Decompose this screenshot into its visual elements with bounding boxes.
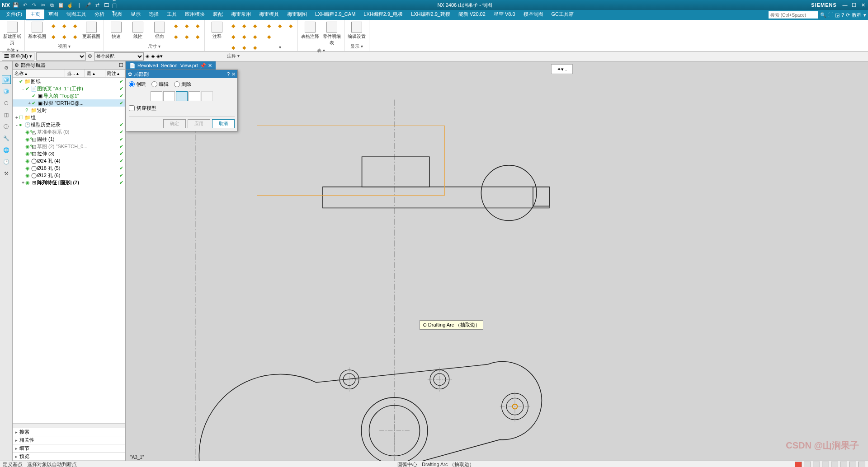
menu-tab[interactable]: LXH编程2.9_CAM <box>311 9 359 20</box>
ribbon-button[interactable]: 新建图纸页 <box>2 21 23 47</box>
reuse-icon[interactable]: ◫ <box>2 110 11 119</box>
step-button-3[interactable] <box>176 91 188 101</box>
window-icon[interactable]: 🗔 <box>103 2 109 8</box>
radio-option[interactable]: 删除 <box>174 81 191 88</box>
info-icon[interactable]: ⓘ <box>2 122 11 131</box>
ribbon-small-button[interactable]: ◆ <box>48 21 58 31</box>
search-icon[interactable]: 🔍 <box>820 12 826 18</box>
ribbon-small-button[interactable]: ◆ <box>275 21 285 31</box>
menu-tab[interactable]: 能新 V20.02 <box>454 9 490 20</box>
ribbon-button[interactable]: 快速 <box>106 21 127 41</box>
ribbon-small-button[interactable]: ◆ <box>250 21 260 31</box>
menu-tab[interactable]: 草图 <box>44 9 62 20</box>
menu-tab[interactable]: 梅雷制图 <box>283 9 311 20</box>
constraint-navigator-icon[interactable]: ⬡ <box>2 98 11 107</box>
ribbon-small-button[interactable]: ◆ <box>193 21 203 31</box>
ribbon-small-button[interactable]: ◆ <box>250 32 260 42</box>
ribbon-button[interactable]: 零件明细表 <box>321 21 342 47</box>
cut-through-checkbox[interactable]: 切穿模型 <box>129 105 235 112</box>
view-selection-box[interactable] <box>257 126 445 196</box>
tree-row[interactable]: +✔▣投影 "ORTHO@...✔ <box>13 99 125 107</box>
ribbon-small-button[interactable]: ◆ <box>239 21 249 31</box>
menu-tab[interactable]: 装配 <box>209 9 227 20</box>
tool-icon[interactable]: ◈ <box>151 53 155 59</box>
refresh-icon[interactable]: ⟳ <box>846 12 850 18</box>
window-dropdown[interactable]: 窗口▾ <box>112 2 118 8</box>
dropdown-icon[interactable]: ▾ <box>863 12 866 18</box>
navigator-section[interactable]: 预览 <box>13 453 125 461</box>
tree-row[interactable]: ◉✎△基准坐标系 (0)✔ <box>13 128 125 135</box>
step-button-2[interactable] <box>163 91 175 101</box>
ribbon-small-button[interactable]: ◆ <box>70 32 80 42</box>
ribbon-small-button[interactable]: ◆ <box>48 32 58 42</box>
radio-option[interactable]: 创建 <box>129 81 146 88</box>
ribbon-button[interactable]: 编辑设置 <box>346 21 367 41</box>
status-icon[interactable] <box>840 462 847 467</box>
mic-icon[interactable]: 🎤 <box>85 2 91 8</box>
assembly-navigator-icon[interactable]: 🧊 <box>2 87 11 96</box>
tree-row[interactable]: ◉◯Ø12 孔 (6)✔ <box>13 172 125 179</box>
ribbon-small-button[interactable]: ◆ <box>171 32 181 42</box>
navigator-section[interactable]: 搜索 <box>13 428 125 436</box>
cancel-button[interactable]: 取消 <box>212 119 235 128</box>
menu-tab[interactable]: 分析 <box>90 9 108 20</box>
ribbon-small-button[interactable]: ◆ <box>193 32 203 42</box>
cut-icon[interactable]: ✂ <box>40 2 46 8</box>
tree-row[interactable]: +◉⊞阵列特征 [圆形] (7)✔ <box>13 179 125 186</box>
menu-tab[interactable]: 主页 <box>26 9 44 20</box>
graphics-area[interactable]: 📄 Revolved_Section_View.prt 📌 ✕ ✿ 局部剖 ? … <box>126 61 868 461</box>
assembly-select[interactable]: 整个装配 <box>94 52 144 61</box>
menu-tab[interactable]: GC工具箱 <box>547 9 578 20</box>
ribbon-small-button[interactable]: ◆ <box>239 42 249 52</box>
tutorial-link[interactable]: 教程 <box>852 12 862 19</box>
ribbon-small-button[interactable]: ◆ <box>250 42 260 52</box>
switch-icon[interactable]: ⇄ <box>94 2 100 8</box>
ribbon-button[interactable]: 径向 <box>149 21 170 41</box>
ribbon-small-button[interactable]: ◆ <box>264 21 274 31</box>
restore-icon[interactable]: ◲ <box>835 12 840 18</box>
status-icon[interactable] <box>822 462 829 467</box>
menu-tab[interactable]: 应用模块 <box>181 9 209 20</box>
ribbon-small-button[interactable]: ◆ <box>59 32 69 42</box>
tree-row[interactable]: ◉✎◫拉伸 (3)✔ <box>13 150 125 157</box>
ribbon-button[interactable]: 线性 <box>127 21 148 41</box>
column-header[interactable]: 名称 ▴ <box>13 70 65 77</box>
help-icon[interactable]: ? <box>841 12 844 18</box>
tree-row[interactable]: ◉✎◫草图 (2) "SKETCH_0...✔ <box>13 143 125 150</box>
ribbon-button[interactable]: 表格注释 <box>300 21 321 41</box>
tool-icon[interactable]: ◈ <box>146 53 149 59</box>
help-icon[interactable]: ? <box>227 71 230 77</box>
menu-tab[interactable]: 模圣制图 <box>519 9 547 20</box>
ribbon-button[interactable]: 注释 <box>207 21 227 41</box>
column-header[interactable]: 附注 ▴ <box>105 70 126 77</box>
menu-tab[interactable]: LXH编程2.9_电极 <box>359 9 407 20</box>
status-icon[interactable] <box>795 462 802 467</box>
step-button-4[interactable] <box>189 91 200 101</box>
ribbon-small-button[interactable]: ◆ <box>239 32 249 42</box>
ribbon-small-button[interactable]: ◆ <box>59 21 69 31</box>
save-icon[interactable]: 💾 <box>13 2 19 8</box>
tab-pin-icon[interactable]: 📌 <box>200 63 206 69</box>
menu-button[interactable]: ☰ 菜单(M) ▾ <box>2 52 34 61</box>
ribbon-button[interactable]: 更新视图 <box>81 21 102 41</box>
ribbon-small-button[interactable]: ◆ <box>228 42 238 52</box>
tool-icon[interactable]: 🔧 <box>2 134 11 143</box>
menu-tab[interactable]: 工具 <box>163 9 181 20</box>
menu-tab[interactable]: 文件(F) <box>2 9 26 20</box>
navigator-close-icon[interactable]: ☐ <box>119 62 123 68</box>
tree-row[interactable]: ✔▣导入的 "Top@1"✔ <box>13 92 125 99</box>
copy-icon[interactable]: ⧉ <box>49 2 55 8</box>
tree-row[interactable]: -✔📁图纸✔ <box>13 78 125 85</box>
tab-close-icon[interactable]: ✕ <box>208 63 212 69</box>
ribbon-small-button[interactable]: ◆ <box>70 21 80 31</box>
tree-row[interactable]: ◉◯Ø24 孔 (4)✔ <box>13 157 125 164</box>
menu-tab[interactable]: 显示 <box>127 9 145 20</box>
navigator-tree[interactable]: -✔📁图纸✔-✔📄图纸页 "A3_1" (工作)✔✔▣导入的 "Top@1"✔+… <box>13 78 125 423</box>
column-header[interactable]: 当... ▴ <box>65 70 85 77</box>
menu-tab[interactable]: 选择 <box>145 9 163 20</box>
part-navigator-icon[interactable]: 🧊 <box>2 75 11 84</box>
ribbon-small-button[interactable]: ◆ <box>182 21 192 31</box>
menu-tab[interactable]: 制图工具 <box>62 9 90 20</box>
checkbox-input[interactable] <box>129 105 135 111</box>
menu-tab[interactable]: 梅雷常用 <box>227 9 255 20</box>
